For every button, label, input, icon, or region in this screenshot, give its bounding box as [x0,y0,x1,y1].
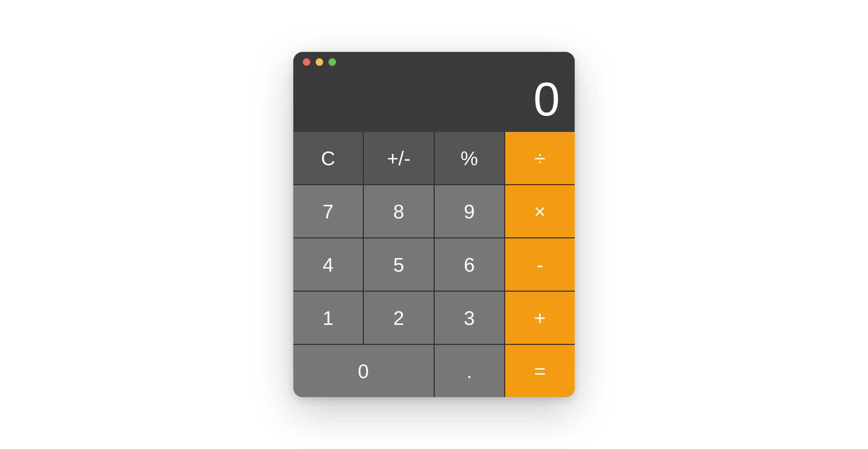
digit-7-button[interactable]: 7 [293,185,363,237]
clear-button[interactable]: C [293,132,363,184]
calculator-keypad: C +/- % ÷ 7 8 9 × 4 5 6 - 1 2 3 + 0 . = [293,132,575,397]
divide-button[interactable]: ÷ [505,132,575,184]
digit-2-button[interactable]: 2 [364,292,433,344]
calculator-window: 0 C +/- % ÷ 7 8 9 × 4 5 6 - 1 2 3 + 0 . … [293,52,575,397]
window-minimize-button[interactable] [316,58,323,66]
window-close-button[interactable] [303,58,310,66]
digit-8-button[interactable]: 8 [364,185,433,237]
window-maximize-button[interactable] [329,58,336,66]
digit-1-button[interactable]: 1 [293,292,363,344]
sign-toggle-button[interactable]: +/- [364,132,433,184]
digit-9-button[interactable]: 9 [435,185,504,237]
percent-button[interactable]: % [435,132,504,184]
decimal-button[interactable]: . [435,345,504,397]
digit-5-button[interactable]: 5 [364,238,433,291]
equals-button[interactable]: = [505,345,575,397]
subtract-button[interactable]: - [505,238,575,291]
titlebar[interactable] [293,52,575,72]
digit-0-button[interactable]: 0 [293,345,434,397]
multiply-button[interactable]: × [505,185,575,237]
add-button[interactable]: + [505,292,575,344]
digit-6-button[interactable]: 6 [435,238,504,291]
calculator-display: 0 [293,72,575,132]
digit-4-button[interactable]: 4 [293,238,363,291]
digit-3-button[interactable]: 3 [435,292,504,344]
